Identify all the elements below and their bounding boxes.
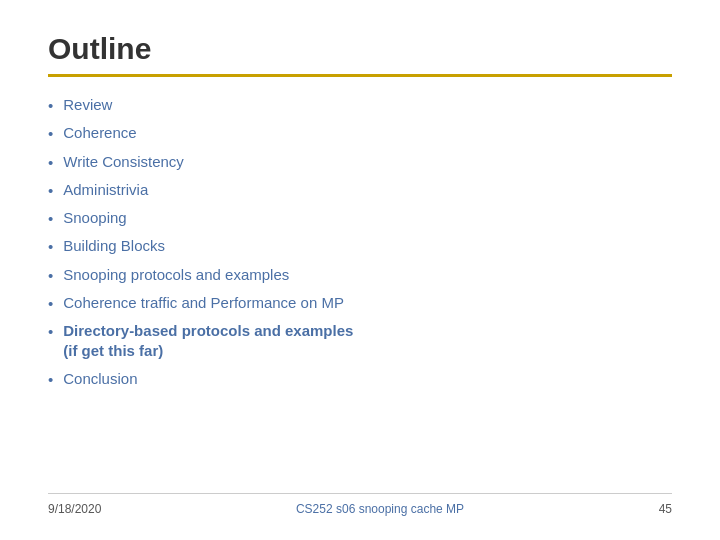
- bullet-dot-icon: •: [48, 237, 53, 257]
- bullet-text: Review: [63, 95, 112, 115]
- bullet-dot-icon: •: [48, 181, 53, 201]
- bullet-dot-icon: •: [48, 96, 53, 116]
- bullet-text: Coherence: [63, 123, 136, 143]
- bullet-text: Conclusion: [63, 369, 137, 389]
- bullet-dot-icon: •: [48, 294, 53, 314]
- bullet-text: Snooping: [63, 208, 126, 228]
- list-item: •Review: [48, 95, 672, 116]
- bullet-dot-icon: •: [48, 209, 53, 229]
- footer-date: 9/18/2020: [48, 502, 101, 516]
- bullet-list: •Review•Coherence•Write Consistency•Admi…: [48, 95, 672, 397]
- list-item: •Snooping: [48, 208, 672, 229]
- content-area: •Review•Coherence•Write Consistency•Admi…: [48, 95, 672, 493]
- bullet-text: Snooping protocols and examples: [63, 265, 289, 285]
- bullet-dot-icon: •: [48, 370, 53, 390]
- bullet-text: Building Blocks: [63, 236, 165, 256]
- list-item: •Building Blocks: [48, 236, 672, 257]
- list-item: •Conclusion: [48, 369, 672, 390]
- list-item: •Snooping protocols and examples: [48, 265, 672, 286]
- slide: Outline •Review•Coherence•Write Consiste…: [0, 0, 720, 540]
- bullet-text: Write Consistency: [63, 152, 184, 172]
- list-item: •Coherence: [48, 123, 672, 144]
- title-underline: [48, 74, 672, 77]
- list-item: •Directory-based protocols and examples …: [48, 321, 672, 362]
- bullet-dot-icon: •: [48, 124, 53, 144]
- bullet-text: Directory-based protocols and examples (…: [63, 321, 353, 362]
- footer-course: CS252 s06 snooping cache MP: [296, 502, 464, 516]
- bullet-dot-icon: •: [48, 266, 53, 286]
- bullet-dot-icon: •: [48, 322, 53, 342]
- list-item: •Coherence traffic and Performance on MP: [48, 293, 672, 314]
- bullet-dot-icon: •: [48, 153, 53, 173]
- bullet-text: Administrivia: [63, 180, 148, 200]
- footer: 9/18/2020 CS252 s06 snooping cache MP 45: [48, 493, 672, 516]
- list-item: •Write Consistency: [48, 152, 672, 173]
- bullet-text: Coherence traffic and Performance on MP: [63, 293, 344, 313]
- list-item: •Administrivia: [48, 180, 672, 201]
- slide-title: Outline: [48, 32, 672, 66]
- footer-page: 45: [659, 502, 672, 516]
